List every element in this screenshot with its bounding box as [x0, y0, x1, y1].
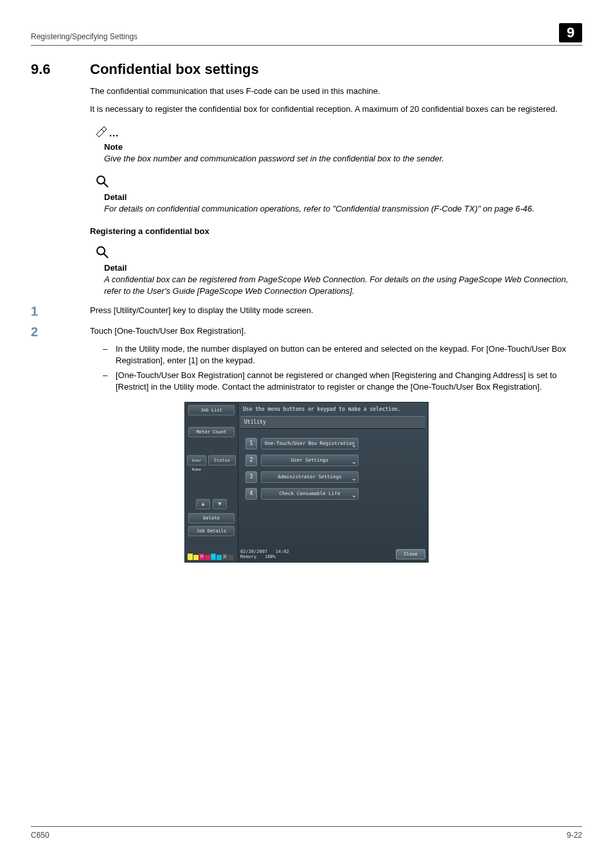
- footer-model: C650: [31, 831, 49, 840]
- ss-menu-key-3[interactable]: 3: [245, 471, 257, 483]
- ss-delete-button[interactable]: Delete: [188, 513, 235, 523]
- step-number-1: 1: [31, 305, 90, 318]
- ss-status-cell: Status: [208, 455, 236, 466]
- svg-point-3: [97, 176, 105, 184]
- svg-point-2: [116, 135, 118, 137]
- running-header-section: Registering/Specifying Settings: [31, 23, 138, 41]
- ss-toner-levels: Y M C K: [188, 554, 233, 560]
- svg-line-4: [104, 183, 109, 187]
- ss-menu-check-consumable-life[interactable]: Check Consumable Life: [261, 488, 359, 500]
- header-rule: [31, 45, 582, 46]
- ss-menu-administrator-settings[interactable]: Administrator Settings: [261, 471, 359, 483]
- ss-footer-info: 02/20/2007 14:02 Memory 100%: [240, 549, 396, 560]
- svg-line-6: [104, 253, 109, 258]
- sub-bullet: – [One-Touch/User Box Registration] cann…: [103, 370, 582, 393]
- utility-screenshot: Job List Meter Count User Name Status ▲ …: [184, 402, 429, 563]
- ss-menu-one-touch-registration[interactable]: One-Touch/User Box Registration: [261, 438, 359, 449]
- detail2-label: Detail: [104, 263, 582, 273]
- heading-title: Confidential box settings: [90, 61, 259, 78]
- ss-meter-count-button[interactable]: Meter Count: [188, 427, 235, 437]
- ss-down-arrow-button[interactable]: ▼: [213, 499, 227, 509]
- ss-job-list-button[interactable]: Job List: [188, 405, 235, 415]
- ss-menu-key-2[interactable]: 2: [245, 455, 257, 466]
- detail-body: For details on confidential communicatio…: [104, 203, 582, 215]
- ss-user-name-cell: User Name: [187, 455, 206, 466]
- step-body-2: Touch [One-Touch/User Box Registration].: [90, 325, 582, 338]
- step-number-2: 2: [31, 325, 90, 338]
- heading-number: 9.6: [31, 61, 90, 78]
- ss-breadcrumb: Utility: [240, 416, 425, 429]
- ss-close-button[interactable]: Close: [396, 549, 425, 559]
- ss-job-details-button[interactable]: Job Details: [188, 526, 235, 536]
- sub-bullet: – In the Utility mode, the number displa…: [103, 343, 582, 366]
- note-body: Give the box number and communication pa…: [104, 153, 582, 165]
- subheading: Registering a confidential box: [90, 226, 582, 236]
- detail-label: Detail: [104, 192, 582, 202]
- svg-point-5: [97, 247, 105, 255]
- detail-icon-2: [95, 245, 582, 262]
- note-icon: [95, 124, 582, 141]
- svg-point-1: [113, 135, 115, 137]
- ss-menu-key-4[interactable]: 4: [245, 488, 257, 500]
- step-body-1: Press [Utility/Counter] key to display t…: [90, 305, 582, 318]
- ss-instruction-text: Use the menu buttons or keypad to make a…: [240, 405, 425, 416]
- chapter-number-box: 9: [559, 23, 582, 42]
- ss-menu-user-settings[interactable]: User Settings: [261, 455, 359, 466]
- ss-menu-key-1[interactable]: 1: [245, 438, 257, 449]
- intro-para-1: The confidential communication that uses…: [90, 86, 582, 97]
- footer-page: 9-22: [567, 831, 582, 840]
- note-label: Note: [104, 142, 582, 152]
- intro-para-2: It is necessary to register the confiden…: [90, 104, 582, 115]
- ss-up-arrow-button[interactable]: ▲: [196, 499, 210, 509]
- detail2-body: A confidential box can be registered fro…: [104, 274, 582, 297]
- detail-icon: [95, 174, 582, 191]
- svg-point-0: [110, 135, 112, 137]
